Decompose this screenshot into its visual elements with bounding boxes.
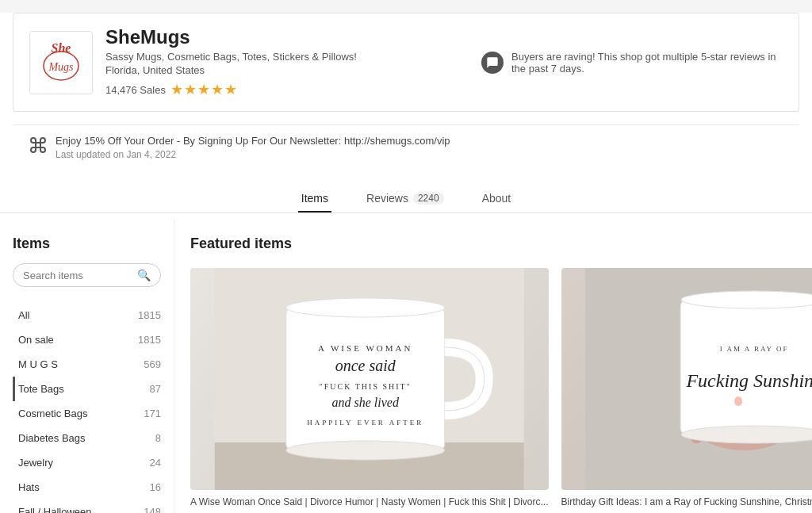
shop-tagline: Sassy Mugs, Cosmetic Bags, Totes, Sticke… (105, 51, 357, 63)
category-diabetes-bags-name: Diabetes Bags (18, 432, 86, 444)
main-content: Items 🔍 All 1815 On sale 1815 M U G S 56… (0, 220, 812, 513)
svg-point-7 (286, 298, 445, 317)
svg-point-25 (681, 426, 812, 443)
category-diabetes-bags[interactable]: Diabetes Bags 8 (13, 426, 161, 450)
chat-icon (481, 52, 504, 74)
svg-point-24 (681, 291, 812, 308)
category-cosmetic-bags[interactable]: Cosmetic Bags 171 (13, 401, 161, 426)
tab-items-label: Items (301, 192, 328, 205)
search-box[interactable]: 🔍 (13, 263, 161, 287)
product-grid: A WISE WOMAN once said "FUCK THIS SHIT" … (190, 268, 812, 513)
shop-location: Florida, United States (105, 64, 357, 76)
shop-name: SheMugs (105, 26, 357, 48)
category-all-count: 1815 (138, 309, 161, 321)
product-image-2: I AM A RAY OF Fucking Sunshine (561, 268, 813, 490)
search-input[interactable] (23, 270, 132, 281)
category-fall-halloween-name: Fall / Halloween (18, 506, 92, 513)
svg-text:and she lived: and she lived (332, 396, 400, 409)
category-hats[interactable]: Hats 16 (13, 475, 161, 500)
category-all-name: All (18, 309, 29, 321)
page-wrapper: She Mugs SheMugs Sassy Mugs, Cosmetic Ba… (0, 13, 812, 513)
product-info-1: A Wise Woman Once Said | Divorce Humor |… (190, 490, 549, 513)
svg-point-8 (286, 441, 445, 460)
category-list: All 1815 On sale 1815 M U G S 569 Tote B… (13, 303, 161, 513)
tab-reviews[interactable]: Reviews 2240 (363, 186, 447, 212)
shop-info: SheMugs Sassy Mugs, Cosmetic Bags, Totes… (105, 26, 357, 98)
category-on-sale-name: On sale (18, 334, 54, 346)
category-all[interactable]: All 1815 (13, 303, 161, 327)
tab-about-label: About (482, 192, 511, 205)
category-tote-bags-count: 87 (150, 383, 161, 395)
product-area: Featured items Sort: Most Recent ▼ (174, 220, 812, 513)
product-area-header: Featured items Sort: Most Recent ▼ (190, 235, 812, 252)
product-image-1: A WISE WOMAN once said "FUCK THIS SHIT" … (190, 268, 549, 490)
announcement-text: Enjoy 15% Off Your Order - By Signing Up… (56, 135, 450, 147)
category-diabetes-bags-count: 8 (155, 432, 161, 444)
shop-header: She Mugs SheMugs Sassy Mugs, Cosmetic Ba… (13, 13, 799, 112)
announcement-icon (29, 136, 48, 155)
category-tote-bags[interactable]: Tote Bags 87 (13, 377, 161, 401)
svg-rect-6 (286, 308, 445, 450)
category-fall-halloween-count: 148 (144, 506, 161, 513)
category-jewelry-count: 24 (150, 457, 161, 469)
sidebar-title: Items (13, 235, 161, 252)
shop-left: She Mugs SheMugs Sassy Mugs, Cosmetic Ba… (29, 26, 357, 98)
product-info-2: Birthday Gift Ideas: I am a Ray of Fucki… (561, 490, 813, 513)
sidebar: Items 🔍 All 1815 On sale 1815 M U G S 56… (0, 220, 174, 513)
product-card-2[interactable]: I AM A RAY OF Fucking Sunshine Birthday … (561, 268, 813, 513)
search-icon: 🔍 (137, 269, 151, 281)
category-on-sale[interactable]: On sale 1815 (13, 327, 161, 352)
category-tote-bags-name: Tote Bags (18, 383, 64, 395)
announcement-content: Enjoy 15% Off Your Order - By Signing Up… (56, 135, 450, 160)
svg-text:HAPPILY EVER AFTER: HAPPILY EVER AFTER (307, 419, 423, 427)
svg-text:A WISE WOMAN: A WISE WOMAN (318, 343, 412, 353)
category-fall-halloween[interactable]: Fall / Halloween 148 (13, 500, 161, 513)
announcement-bar: Enjoy 15% Off Your Order - By Signing Up… (13, 124, 799, 170)
product-title-2: Birthday Gift Ideas: I am a Ray of Fucki… (561, 496, 813, 507)
tab-about[interactable]: About (479, 186, 515, 212)
category-mugs[interactable]: M U G S 569 (13, 352, 161, 377)
category-hats-count: 16 (150, 481, 161, 493)
sales-count: 14,476 Sales (105, 84, 166, 96)
svg-text:Fucking Sunshine: Fucking Sunshine (685, 370, 812, 391)
tab-items[interactable]: Items (298, 186, 331, 212)
category-cosmetic-bags-name: Cosmetic Bags (18, 408, 87, 419)
category-on-sale-count: 1815 (138, 334, 161, 346)
category-jewelry-name: Jewelry (18, 457, 53, 469)
product-card-1[interactable]: A WISE WOMAN once said "FUCK THIS SHIT" … (190, 268, 549, 513)
reviews-badge: 2240 (413, 192, 444, 205)
category-mugs-count: 569 (144, 358, 161, 370)
category-mugs-name: M U G S (18, 358, 58, 370)
shop-logo: She Mugs (29, 31, 93, 94)
shop-right-notice: Buyers are raving! This shop got multipl… (481, 51, 783, 75)
tabs-bar: Items Reviews 2240 About (0, 176, 812, 213)
star-rating: ★★★★★ (170, 81, 238, 98)
announcement-updated: Last updated on Jan 4, 2022 (56, 149, 450, 160)
logo-text: She Mugs (30, 31, 92, 94)
svg-text:Mugs: Mugs (48, 61, 74, 73)
svg-text:"FUCK THIS SHIT": "FUCK THIS SHIT" (320, 382, 412, 391)
svg-rect-23 (680, 300, 812, 435)
product-title-1: A Wise Woman Once Said | Divorce Humor |… (190, 496, 549, 507)
buyers-raving-text: Buyers are raving! This shop got multipl… (511, 51, 783, 75)
tab-reviews-label: Reviews (366, 192, 408, 205)
category-hats-name: Hats (18, 481, 40, 493)
category-jewelry[interactable]: Jewelry 24 (13, 450, 161, 475)
svg-text:I AM A RAY OF: I AM A RAY OF (719, 345, 788, 353)
featured-items-title: Featured items (190, 235, 292, 252)
shop-meta: 14,476 Sales ★★★★★ (105, 81, 357, 98)
svg-point-26 (734, 396, 742, 406)
category-cosmetic-bags-count: 171 (144, 408, 161, 419)
svg-text:once said: once said (335, 357, 396, 374)
